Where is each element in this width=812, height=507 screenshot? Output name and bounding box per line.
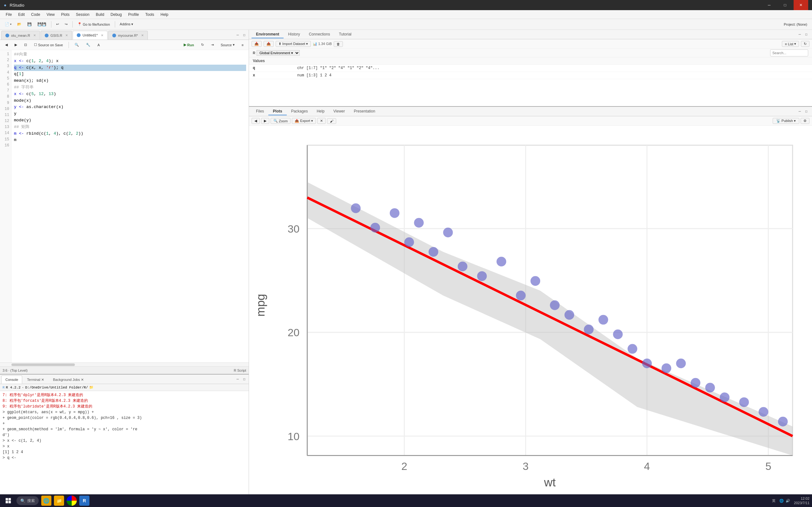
save-all-button[interactable]: 💾💾: [35, 20, 49, 29]
tab-otu-mean[interactable]: otu_mean.R ✕: [1, 31, 40, 40]
environment-select[interactable]: Global Environment ▾: [257, 50, 300, 56]
clear-workspace-button[interactable]: 🗑: [334, 41, 343, 47]
var-q-value: chr [1:7] "1" "2" "4" "1" "2" "4"...: [297, 66, 379, 70]
tab-tutorial[interactable]: Tutorial: [334, 31, 356, 38]
menu-session[interactable]: Session: [72, 11, 93, 18]
tab-connections[interactable]: Connections: [305, 31, 335, 38]
clear-plot-button[interactable]: ✕: [317, 118, 326, 124]
forward-button[interactable]: ▶: [12, 42, 20, 48]
taskbar-icon-r[interactable]: R: [79, 496, 90, 506]
editor-hscrollbar[interactable]: [0, 362, 249, 366]
redo-button[interactable]: ↪: [62, 20, 70, 29]
tab-untitled1[interactable]: Untitled1* ✕: [72, 31, 107, 40]
publish-button[interactable]: 📡 Publish ▾: [773, 118, 799, 124]
code-tools-button[interactable]: 🔧: [84, 42, 93, 48]
tab-environment[interactable]: Environment: [252, 31, 284, 38]
menu-help[interactable]: Help: [157, 11, 171, 18]
tab-packages[interactable]: Packages: [287, 108, 312, 115]
minimize-env-button[interactable]: ─: [797, 31, 803, 39]
plots-panel-controls: ─ □: [380, 107, 809, 116]
import-dataset-button[interactable]: ⬆ Import Dataset ▾: [275, 41, 311, 47]
tab-gsis[interactable]: GSIS.R ✕: [41, 31, 72, 40]
menu-build[interactable]: Build: [93, 11, 107, 18]
close-button[interactable]: ✕: [794, 0, 808, 10]
code-format-button[interactable]: A: [95, 43, 102, 48]
menu-view[interactable]: View: [44, 11, 58, 18]
tab-mycourse[interactable]: mycourse.R* ✕: [108, 31, 148, 40]
search-bar[interactable]: 🔍 搜索: [16, 496, 39, 505]
volume-icon[interactable]: 🔊: [786, 499, 790, 503]
menu-edit[interactable]: Edit: [15, 11, 28, 18]
minimize-editor-button[interactable]: ─: [235, 31, 241, 39]
next-plot-button[interactable]: ▶: [261, 118, 269, 124]
re-run-button[interactable]: ↻: [199, 42, 206, 48]
maximize-plots-button[interactable]: □: [803, 107, 809, 116]
tab-close-icon[interactable]: ✕: [65, 34, 68, 37]
code-editor[interactable]: 12345 678910 1112131415 16 ##向量 x <- c(1…: [0, 50, 249, 362]
run-next-button[interactable]: ⇥: [208, 42, 216, 48]
menu-code[interactable]: Code: [28, 11, 44, 18]
minimize-plots-button[interactable]: ─: [797, 107, 803, 116]
minimize-button[interactable]: ─: [762, 0, 776, 10]
memory-value: 1.34 GiB: [318, 42, 332, 46]
minimize-console-button[interactable]: ─: [235, 375, 241, 383]
source-button[interactable]: Source ▾: [218, 42, 237, 48]
code-content[interactable]: ##向量 x <- c(1, 2, 4); x q <- c(x, x, 'r'…: [11, 50, 249, 362]
maximize-button[interactable]: □: [778, 0, 792, 10]
menu-debug[interactable]: Debug: [107, 11, 125, 18]
prev-plot-button[interactable]: ◀: [252, 118, 260, 124]
tab-viewer[interactable]: Viewer: [329, 108, 349, 115]
addins-button[interactable]: Addins ▾: [118, 20, 136, 29]
console-content[interactable]: 7: 程序包'dplyr'是用R版本4.2.3 来建造的 8: 程序包'forc…: [0, 391, 249, 494]
plots-settings-button[interactable]: ⚙: [801, 118, 809, 124]
menu-profile[interactable]: Profile: [125, 11, 142, 18]
tab-close-icon[interactable]: ✕: [33, 34, 36, 37]
maximize-console-button[interactable]: □: [241, 375, 247, 383]
taskbar-icon-explorer[interactable]: 📁: [54, 496, 64, 506]
network-icon[interactable]: 🌐: [779, 499, 784, 503]
zoom-button[interactable]: 🔍 Zoom: [270, 118, 291, 124]
tab-files[interactable]: Files: [252, 108, 268, 115]
point-21: [676, 359, 686, 369]
new-file-button[interactable]: 📄 ▾: [3, 20, 14, 29]
taskbar-icon-browser[interactable]: 🌐: [41, 496, 51, 506]
vis-code-button[interactable]: ≡: [239, 43, 246, 48]
show-in-new-window-button[interactable]: ⊡: [21, 42, 30, 48]
tab-terminal[interactable]: Terminal ✕: [23, 376, 48, 384]
back-button[interactable]: ◀: [3, 42, 10, 48]
save-workspace-button[interactable]: 📤: [264, 41, 274, 47]
hscrollbar-thumb[interactable]: [11, 363, 75, 366]
path-open-icon[interactable]: 📁: [89, 385, 94, 389]
maximize-env-button[interactable]: □: [803, 31, 809, 39]
project-dropdown[interactable]: Project: (None): [781, 20, 809, 29]
tab-help[interactable]: Help: [312, 108, 329, 115]
start-button[interactable]: [3, 495, 14, 506]
tab-close-icon[interactable]: ✕: [101, 34, 103, 37]
open-file-button[interactable]: 📂: [15, 20, 24, 29]
search-button[interactable]: 🔍: [72, 42, 82, 48]
tab-plots[interactable]: Plots: [268, 108, 287, 115]
menu-plots[interactable]: Plots: [58, 11, 73, 18]
maximize-editor-button[interactable]: □: [241, 31, 247, 39]
env-list-view-button[interactable]: ≡ List ▾: [782, 41, 799, 47]
env-search-input[interactable]: [770, 49, 808, 56]
tab-background-jobs[interactable]: Background Jobs ✕: [49, 376, 88, 384]
save-button[interactable]: 💾: [25, 20, 34, 29]
load-workspace-button[interactable]: 📥: [252, 41, 262, 47]
undo-button[interactable]: ↩: [54, 20, 61, 29]
source-on-save-button[interactable]: ☐ Source on Save: [32, 42, 65, 48]
tab-console[interactable]: Console: [1, 376, 22, 384]
run-label: Run: [187, 43, 194, 47]
export-button[interactable]: 📤 Export ▾: [292, 118, 316, 124]
list-label: List: [788, 42, 793, 46]
go-to-file-button[interactable]: 📍 Go to file/function: [75, 20, 112, 29]
brush-button[interactable]: 🖌: [327, 118, 336, 124]
menu-tools[interactable]: Tools: [142, 11, 157, 18]
tab-history[interactable]: History: [284, 31, 304, 38]
taskbar-icon-chrome[interactable]: [67, 496, 77, 506]
menu-file[interactable]: File: [3, 11, 15, 18]
run-button[interactable]: ▶ Run: [181, 42, 196, 48]
tab-close-icon[interactable]: ✕: [141, 34, 144, 37]
tab-presentation[interactable]: Presentation: [350, 108, 380, 115]
env-refresh-button[interactable]: ↻: [801, 41, 809, 47]
